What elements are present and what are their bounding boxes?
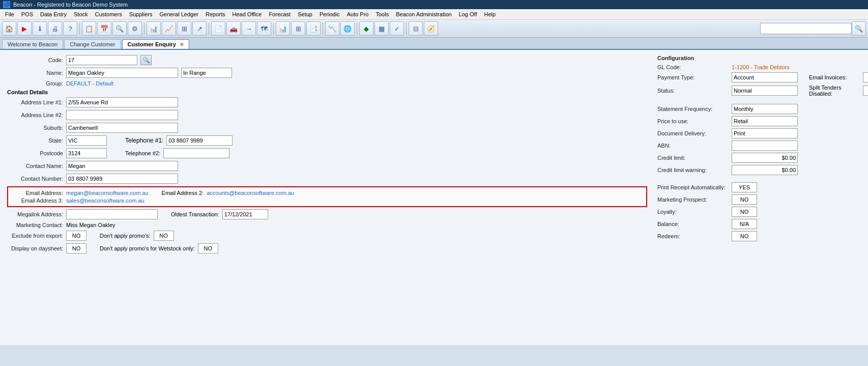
exclude-promos-row: Exclude from export: NO Don't apply prom… [7, 231, 647, 241]
redeem-row: Redeem: NO [657, 231, 861, 241]
toolbar-report-btn[interactable]: 📑 [306, 21, 321, 36]
name-input[interactable] [66, 68, 178, 78]
menu-setup[interactable]: Setup [295, 10, 315, 18]
loyalty-value: NO [732, 207, 757, 217]
toolbar-chart-btn[interactable]: 📈 [162, 21, 176, 36]
menu-forecast[interactable]: Forecast [266, 10, 294, 18]
toolbar-bar-chart-btn[interactable]: 📊 [276, 21, 290, 36]
main-content: Code: 🔍 Name: Group: DEFAULT - Default C… [0, 50, 868, 345]
toolbar-doc-btn[interactable]: 📄 [211, 21, 225, 36]
display-daysheet-label: Display on daysheet: [7, 245, 63, 251]
toolbar-map-btn[interactable]: 🗺 [257, 21, 271, 36]
email1-value[interactable]: megan@beaconsoftware.com.au [66, 190, 149, 196]
toolbar-print-btn[interactable]: 🖨 [48, 21, 62, 36]
toolbar-car-btn[interactable]: 🚗 [226, 21, 241, 36]
menu-periodic[interactable]: Periodic [316, 10, 343, 18]
contact-number-row: Contact Number: [7, 174, 647, 184]
contact-number-label: Contact Number: [7, 176, 63, 182]
toolbar-arrow-btn[interactable]: → [242, 21, 256, 36]
toolbar-config-btn[interactable]: ⚙ [128, 21, 142, 36]
tel1-input[interactable] [166, 135, 233, 146]
tab-close-icon[interactable]: ✕ [180, 42, 184, 47]
gl-code-label: GL Code: [657, 64, 729, 70]
redeem-label: Redeem: [657, 233, 729, 239]
split-tenders-value: NO [863, 86, 868, 96]
statement-freq-input[interactable] [732, 104, 798, 114]
toolbar-search-icon[interactable]: 🔍 [852, 21, 866, 36]
toolbar-info-btn[interactable]: ℹ [33, 21, 47, 36]
toolbar-globe-btn[interactable]: 🌐 [340, 21, 355, 36]
oldest-transaction-input[interactable] [222, 209, 268, 219]
toolbar-nav-btn[interactable]: 🧭 [424, 21, 438, 36]
toolbar-search-input[interactable] [760, 23, 852, 34]
megalink-input[interactable] [66, 209, 158, 219]
code-search-btn[interactable]: 🔍 [140, 55, 152, 65]
menu-reports[interactable]: Reports [202, 10, 228, 18]
state-input[interactable] [66, 135, 107, 146]
group-value[interactable]: DEFAULT - Default [66, 80, 113, 87]
address1-input[interactable] [66, 97, 178, 107]
price-to-use-input[interactable] [732, 116, 798, 126]
menu-stock[interactable]: Stock [71, 10, 91, 18]
email3-label: Email Address 3: [12, 198, 63, 204]
in-range-input[interactable] [181, 68, 232, 78]
tel2-label: Telephone #2: [125, 150, 160, 156]
toolbar-grid-btn[interactable]: ⊞ [177, 21, 191, 36]
menu-help[interactable]: Help [481, 10, 499, 18]
toolbar-module-btn[interactable]: ⊟ [409, 21, 423, 36]
toolbar-search-btn[interactable]: 🔍 [112, 21, 127, 36]
menu-suppliers[interactable]: Suppliers [126, 10, 156, 18]
address2-input[interactable] [66, 110, 178, 120]
email2-value[interactable]: accounts@beaconsoftware.com.au [207, 190, 294, 196]
menu-general-ledger[interactable]: General Ledger [157, 10, 201, 18]
state-label: State: [7, 137, 63, 144]
menu-customers[interactable]: Customers [92, 10, 125, 18]
contact-name-input[interactable] [66, 161, 178, 171]
tab-welcome[interactable]: Welcome to Beacon [2, 39, 63, 49]
menu-data-entry[interactable]: Data Entry [37, 10, 70, 18]
abn-row: ABN: [657, 140, 861, 151]
toolbar-list-btn[interactable]: 📋 [82, 21, 96, 36]
email3-value[interactable]: sales@beaconsoftware.com.au [66, 198, 144, 204]
tab-customer-enquiry[interactable]: Customer Enquiry ✕ [122, 39, 189, 49]
code-row: Code: 🔍 [7, 55, 647, 65]
doc-delivery-input[interactable] [732, 128, 798, 138]
abn-input[interactable] [732, 140, 798, 151]
email2-label: Email Address 2: [162, 190, 204, 196]
menu-beacon-admin[interactable]: Beacon Administration [393, 10, 454, 18]
tel2-input[interactable] [163, 148, 229, 158]
email3-row: Email Address 3: sales@beaconsoftware.co… [12, 198, 642, 204]
toolbar-green-btn[interactable]: ◆ [359, 21, 373, 36]
status-input[interactable] [732, 86, 798, 96]
toolbar-calendar-btn[interactable]: 📅 [97, 21, 111, 36]
toolbar-home-btn[interactable]: 🏠 [2, 21, 16, 36]
suburb-input[interactable] [66, 123, 178, 133]
postcode-input[interactable] [66, 148, 107, 158]
address2-label: Address Line #2: [7, 112, 63, 118]
toolbar-youtube-btn[interactable]: ▶ [17, 21, 32, 36]
menu-pos[interactable]: POS [18, 10, 36, 18]
balance-row: Balance: N/A [657, 219, 861, 229]
credit-limit-input[interactable] [732, 153, 798, 163]
menu-log-off[interactable]: Log Off [456, 10, 480, 18]
toolbar-grid2-btn[interactable]: ⊞ [291, 21, 305, 36]
contact-number-input[interactable] [66, 174, 178, 184]
credit-limit-warning-input[interactable] [732, 165, 798, 175]
toolbar-line-chart-btn[interactable]: 📉 [325, 21, 339, 36]
toolbar-help-btn[interactable]: ? [63, 21, 77, 36]
credit-limit-warning-row: Credit limit warning: [657, 165, 861, 175]
menu-tools[interactable]: Tools [372, 10, 392, 18]
code-input[interactable] [66, 55, 137, 65]
menu-auto-pro[interactable]: Auto Pro [344, 10, 372, 18]
gl-code-value[interactable]: 1-1200 - Trade Debtors [732, 64, 790, 70]
toolbar-export-btn[interactable]: ↗ [192, 21, 207, 36]
menu-file[interactable]: File [2, 10, 17, 18]
toolbar-grid3-btn[interactable]: ▦ [374, 21, 389, 36]
toolbar-check-btn[interactable]: ✓ [390, 21, 404, 36]
email1-label: Email Address: [12, 190, 63, 196]
menu-head-office[interactable]: Head Office [229, 10, 265, 18]
payment-type-input[interactable] [732, 72, 798, 82]
tab-change-customer[interactable]: Change Customer [64, 39, 121, 49]
toolbar-table-btn[interactable]: 📊 [147, 21, 161, 36]
toolbar-sep-5 [323, 22, 323, 35]
